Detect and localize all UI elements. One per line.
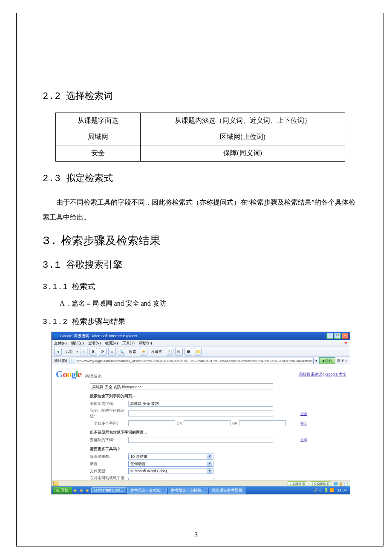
close-button[interactable]: × — [342, 333, 349, 339]
links-label: 链接 — [337, 358, 344, 363]
task-item[interactable]: 参考范文 - 文献检... — [168, 487, 208, 494]
start-label: 开始 — [61, 488, 69, 493]
label-any-words: 一个或多个字词: — [90, 421, 128, 426]
back-label: 后退 — [65, 349, 73, 355]
heading-number: 3.1.1 — [43, 283, 68, 291]
address-label: 地址(D) — [54, 358, 67, 364]
heading-2-2: 2.2 选择检索词 — [43, 90, 358, 102]
menu-item-view[interactable]: 查看(V) — [88, 341, 101, 346]
hint-link[interactable]: 提示 — [300, 438, 307, 442]
table-header-row: 从课题字面选 从课题内涵选（同义词、近义词、上下位词） — [56, 113, 345, 129]
ie-icon: 🌐 — [54, 334, 58, 338]
task-item[interactable]: 参考范文 - 文献检... — [127, 487, 167, 494]
system-tray: 🔊 🛡 🔋 📶 11:34 — [313, 488, 349, 492]
ie-flag-icon: ⚑ — [344, 341, 347, 345]
table-row: 安全 保障(同义词) — [56, 145, 345, 162]
input-exact-phrase[interactable] — [128, 410, 273, 416]
status-bar: ↓ 2.5KB/S ↑ 0.08KB/S 🌐 🔒 📄 — [52, 480, 350, 486]
select-filetype[interactable]: Microsoft Word (.doc)▾ — [128, 468, 213, 474]
download-speed: ↓ 2.5KB/S — [288, 481, 307, 486]
menu-item-file[interactable]: 文件(F) — [54, 341, 67, 346]
folder-button[interactable]: 📁 — [194, 348, 202, 356]
go-button[interactable]: ▶ 转到 — [319, 357, 335, 364]
section-exclude: 但不要显示包含以下字词的网页... — [90, 430, 346, 435]
back-button[interactable]: ◄ — [54, 348, 62, 356]
or-label: OR — [232, 422, 237, 425]
page-icon: 📄 — [71, 359, 75, 363]
menu-item-favorites[interactable]: 收藏(A) — [105, 341, 118, 346]
heading-text: 检索步骤及检索结果 — [61, 234, 161, 247]
heading-3-1: 3.1 谷歌搜索引擎 — [43, 258, 358, 271]
task-item[interactable]: G Internet Expl... — [91, 487, 126, 493]
input-any-1[interactable] — [128, 420, 175, 426]
select-value: 10 条结果 — [130, 454, 147, 460]
menu-item-edit[interactable]: 编辑(E) — [71, 341, 84, 346]
input-any-2[interactable] — [184, 420, 231, 426]
chevron-down-icon: ▾ — [207, 461, 212, 466]
input-exclude[interactable] — [128, 437, 273, 443]
google-logo: Google — [56, 369, 81, 380]
history-button[interactable]: 🕘 — [166, 348, 173, 356]
go-label: 转到 — [325, 358, 332, 363]
status-icon — [53, 481, 59, 486]
table-header: 从课题字面选 — [56, 113, 141, 129]
taskbar: ⊞ 开始 ◉ ◉ ◉ G Internet Expl... 参考范文 - 文献检… — [52, 486, 350, 494]
window-buttons: _ □ × — [326, 333, 349, 339]
table-cell: 保障(同义词) — [141, 145, 345, 162]
select-perpage[interactable]: 10 条结果▾ — [128, 454, 213, 460]
tray-icons[interactable]: 🔊 🛡 🔋 📶 — [313, 488, 334, 492]
menu-item-help[interactable]: 帮助(H) — [139, 341, 152, 346]
favorites-button[interactable]: ★ — [140, 348, 147, 356]
page-content: 2.2 选择检索词 从课题字面选 从课题内涵选（同义词、近义词、上下位词） 局域… — [43, 90, 358, 494]
heading-3-1-2: 3.1.2 检索步骤与结果 — [43, 316, 358, 327]
google-header: Google 高级搜索 高级搜索建议 | Google 大全 — [52, 364, 350, 383]
minimize-button[interactable]: _ — [326, 333, 333, 339]
label-perpage: 每页结果数: — [90, 454, 128, 460]
google-tips: 高级搜索建议 | Google 大全 — [299, 372, 346, 377]
hint-link[interactable]: 提示 — [300, 421, 307, 426]
heading-text: 检索式 — [72, 282, 95, 291]
print-button[interactable]: 🖶 — [184, 348, 192, 356]
select-language[interactable]: 任何语言▾ — [128, 461, 213, 467]
tips-link[interactable]: 高级搜索建议 — [299, 372, 322, 376]
hint-link[interactable]: 提示 — [300, 411, 307, 416]
heading-3-1-1: 3.1.1 检索式 — [43, 281, 358, 292]
label-exact-phrase: 完全匹配的字词或词组: — [90, 408, 128, 419]
refresh-button[interactable]: ⟳ — [99, 348, 107, 356]
start-button[interactable]: ⊞ 开始 — [53, 487, 72, 494]
heading-text: 选择检索词 — [66, 90, 113, 101]
page-number: 3 — [0, 531, 392, 539]
heading-number: 3.1 — [43, 260, 61, 271]
mail-button[interactable]: ✉ — [175, 348, 183, 356]
google-all-link[interactable]: Google 大全 — [325, 372, 346, 376]
home-button[interactable]: ⌂ — [108, 348, 116, 356]
google-page: Google 高级搜索 高级搜索建议 | Google 大全 局域网 安全 攻防… — [52, 364, 350, 486]
task-item[interactable]: 综合报告参考题目 — [209, 487, 245, 494]
upload-speed: ↑ 0.08KB/S — [310, 481, 331, 486]
heading-number: 3. — [43, 234, 58, 248]
forward-button[interactable]: ► — [80, 348, 88, 356]
keyword-table: 从课题字面选 从课题内涵选（同义词、近义词、上下位词） 局域网 区域网(上位词)… — [55, 113, 345, 162]
table-cell: 安全 — [56, 145, 141, 162]
label-exclude: 要排除的字词: — [90, 437, 128, 443]
label-all-words: 全部所需字词: — [90, 401, 128, 407]
clock: 11:34 — [335, 488, 349, 492]
heading-text: 谷歌搜索引擎 — [66, 259, 122, 270]
select-value: Microsoft Word (.doc) — [130, 469, 167, 473]
query-preview-input[interactable]: 局域网 安全 攻防 filetype:doc — [90, 383, 273, 390]
menu-item-tools[interactable]: 工具(T) — [122, 341, 135, 346]
section-include: 搜索包含下列字词的网页... — [90, 393, 346, 399]
input-any-3[interactable] — [239, 420, 286, 426]
stop-button[interactable]: ✖ — [89, 348, 97, 356]
heading-text: 检索步骤与结果 — [72, 317, 126, 326]
section-more-tools: 需要更多工具吗？ — [90, 446, 346, 452]
table-cell: 区域网(上位词) — [141, 129, 345, 145]
quicklaunch-icons[interactable]: ◉ ◉ ◉ — [73, 488, 90, 492]
input-all-words[interactable]: 局域网 安全 攻防 — [128, 401, 273, 407]
maximize-button[interactable]: □ — [334, 333, 341, 339]
window-titlebar: 🌐 Google 高级搜索 - Microsoft Internet Explo… — [52, 332, 350, 340]
label-filetype: 文件类型: — [90, 468, 128, 474]
select-value: 任何语言 — [130, 461, 146, 467]
address-input[interactable]: 📄 http://www.google.com.hk/advanced_sear… — [69, 358, 314, 364]
search-button[interactable]: 🔍 — [118, 348, 125, 356]
